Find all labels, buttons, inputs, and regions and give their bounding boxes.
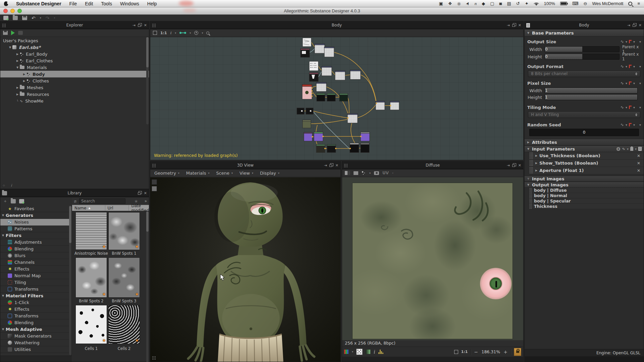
add-icon[interactable]: ＋	[3, 198, 7, 204]
uv-mode-label[interactable]: UV	[382, 171, 389, 175]
delete-param-icon[interactable]: ✕	[637, 154, 640, 158]
cat-transforms-2[interactable]: Transforms	[0, 313, 71, 319]
pin-icon[interactable]: ⇥	[627, 23, 630, 27]
function-icon[interactable]: ∿	[621, 105, 624, 110]
function-icon[interactable]: ∿	[621, 122, 624, 127]
menu-display[interactable]: Display▾	[260, 171, 279, 176]
expand-arrow-icon[interactable]: ▶	[533, 169, 539, 172]
favorite-filter-icon[interactable]: ★	[134, 199, 138, 204]
cat-blurs[interactable]: Blurs	[0, 252, 71, 259]
caret-icon[interactable]: ▾	[175, 32, 176, 35]
expand-arrow-icon[interactable]: ▶	[533, 154, 539, 157]
clipboard-icon[interactable]	[630, 147, 633, 151]
dock-handle-icon[interactable]	[152, 164, 156, 167]
pin-icon[interactable]: ⇥	[507, 164, 510, 167]
param-show-tattoos[interactable]: ▶ Show_Tattoos (Boolean) ✕	[529, 160, 644, 167]
expand-arrow-icon[interactable]: ▼	[0, 294, 6, 297]
favorite-badge-icon[interactable]: ★	[102, 244, 106, 249]
3d-viewport[interactable]	[150, 177, 340, 362]
function-icon[interactable]: ∿	[621, 64, 624, 69]
cat-material-filters[interactable]: ▼Material Filters	[0, 293, 71, 299]
caret-icon[interactable]: ▾	[626, 106, 627, 109]
collapse-arrow-icon[interactable]: ▶	[525, 141, 532, 144]
thumb-bnw-spots-2[interactable]: ★	[75, 257, 107, 298]
inherit-icon[interactable]	[629, 106, 632, 109]
expand-arrow-icon[interactable]: ▶	[533, 162, 539, 165]
favorite-badge-icon[interactable]: ★	[135, 338, 139, 343]
histogram-icon[interactable]	[378, 350, 383, 354]
notification-center-icon[interactable]: ≡	[637, 1, 640, 6]
cat-noises-selected[interactable]: Noises	[0, 219, 71, 226]
expand-arrow-icon[interactable]: ▼	[8, 46, 12, 49]
section-output-images[interactable]: ▼ Output Images	[525, 182, 644, 188]
window-manager-icon[interactable]: ▢	[490, 1, 494, 6]
menu-edit[interactable]: Edit	[85, 1, 93, 6]
category-scrollbar[interactable]	[69, 205, 71, 355]
drag-handle[interactable]	[529, 188, 532, 193]
caret-icon[interactable]: ▾	[202, 32, 203, 35]
pin-icon[interactable]: ⇥	[132, 23, 136, 27]
caret-icon[interactable]: ▾	[639, 123, 641, 127]
tree-item-body-selected[interactable]: ▶Body	[0, 71, 149, 77]
close-icon[interactable]: ✕	[144, 191, 147, 195]
close-icon[interactable]: ✕	[518, 164, 521, 167]
menu-view[interactable]: View▾	[239, 171, 253, 176]
param-use-thickness[interactable]: ▶ Use_Thickness (Boolean) ✕	[529, 152, 644, 160]
column-name[interactable]: Name▲	[72, 205, 105, 211]
pin-icon[interactable]: ⇥	[507, 23, 510, 27]
explorer-header[interactable]: Explorer ⇥ ✕	[0, 21, 149, 29]
collapse-arrow-icon[interactable]: ▼	[525, 32, 532, 35]
graph-header[interactable]: Body ⇥ ✕	[150, 21, 523, 29]
function-icon[interactable]: ∿	[622, 146, 625, 151]
caret-icon[interactable]: ▾	[633, 81, 635, 85]
cat-filters[interactable]: ▼Filters	[0, 232, 71, 239]
app-menu[interactable]: Substance Designer	[16, 1, 61, 6]
viewport-select-button[interactable]	[152, 186, 157, 191]
expand-arrow-icon[interactable]: ▶	[22, 73, 26, 76]
actual-size-button[interactable]: 1:1	[160, 31, 167, 35]
thumb-anisotropic-noise[interactable]: ★	[75, 212, 107, 250]
apple-menu-icon[interactable]	[4, 1, 8, 6]
cat-mesh-adaptive[interactable]: ▼Mesh Adaptive	[0, 326, 71, 333]
expand-arrow-icon[interactable]: ▼	[15, 66, 20, 69]
zoom-window-button[interactable]	[17, 9, 22, 13]
channels-icon[interactable]	[344, 350, 348, 354]
favorite-badge-icon[interactable]: ★	[102, 338, 106, 343]
caret-icon[interactable]: ▾	[190, 32, 191, 35]
caret-icon[interactable]: ▾	[352, 350, 353, 353]
menu-file[interactable]: File	[69, 1, 77, 6]
expand-arrow-icon[interactable]: ▼	[0, 214, 6, 217]
cat-1click[interactable]: 1-Click	[0, 299, 71, 306]
info-icon[interactable]: i	[170, 30, 172, 36]
split-compare-icon[interactable]	[345, 171, 350, 175]
caret-icon[interactable]: ▾	[639, 40, 641, 44]
dock-mini-icon[interactable]: ⁘	[2, 183, 5, 188]
diamond-icon[interactable]: ◆	[482, 1, 485, 6]
redo-icon[interactable]: ↷	[46, 15, 50, 21]
viewport-expand-button[interactable]	[152, 179, 157, 185]
cat-channels[interactable]: Channels	[0, 259, 71, 266]
expand-arrow-icon[interactable]: ▶	[15, 86, 20, 89]
caret-icon[interactable]: ▾	[639, 65, 641, 68]
undo-caret-icon[interactable]: ▾	[40, 16, 41, 19]
cat-tiling[interactable]: Tiling	[0, 279, 71, 286]
caret-icon[interactable]: ▾	[633, 65, 635, 68]
zoom-level[interactable]: 186.31%	[481, 349, 500, 354]
delete-param-icon[interactable]: ✕	[637, 168, 640, 173]
output-image-normal[interactable]: body | Normal	[529, 193, 644, 198]
section-input-parameters[interactable]: ▼ Input Parameters + ∿▾ ▾	[525, 145, 644, 152]
dock-handle-icon[interactable]	[152, 23, 156, 27]
caret-icon[interactable]: ▾	[627, 147, 629, 151]
tree-root[interactable]: User's Packages	[0, 37, 149, 44]
output-image-thickness[interactable]: Thickness	[529, 204, 644, 209]
close-icon[interactable]: ✕	[518, 23, 521, 27]
tree-item-meshes[interactable]: ▶Meshes	[0, 84, 149, 91]
diffuse-header[interactable]: Diffuse ⇥ ✕	[342, 162, 523, 169]
time-machine-icon[interactable]: ↺	[516, 1, 520, 6]
favorite-badge-icon[interactable]: ★	[135, 244, 139, 249]
node-graph[interactable]	[150, 37, 523, 160]
tree-item-earl[interactable]: ▼Earl.sbs*	[0, 44, 149, 51]
thumb-bnw-spots-1[interactable]: ★	[108, 212, 140, 250]
graph-link-icon[interactable]	[362, 171, 366, 175]
caret-icon[interactable]: ▾	[633, 106, 635, 109]
